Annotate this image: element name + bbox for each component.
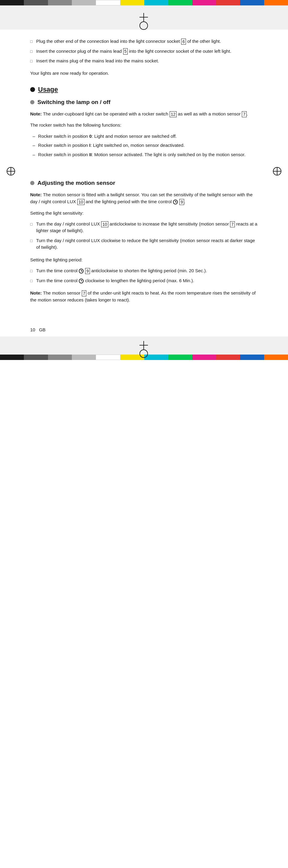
ref-5: 5	[123, 48, 128, 54]
top-crosshair	[140, 13, 148, 22]
bullet-circle-icon	[30, 87, 35, 92]
sensitivity-item-1: □ Turn the day / night control LUX 10 an…	[30, 221, 258, 234]
ref-7c: 7	[82, 290, 87, 297]
note2-label: Note:	[30, 192, 42, 197]
ref-7: 7	[242, 111, 247, 117]
crosshair-left-lines	[7, 167, 15, 176]
clock-icon-3	[79, 279, 84, 283]
bottom-spacer	[30, 308, 258, 320]
color-bar-top	[0, 0, 288, 5]
bullet-square: □	[30, 268, 33, 274]
connection-bullet-list: □ Plug the other end of the connection l…	[30, 38, 258, 64]
bullet-square: □	[30, 221, 33, 234]
sensitivity-heading: Setting the light sensitivity:	[30, 210, 258, 216]
ref-10b: 10	[101, 221, 108, 227]
sensitivity-list: □ Turn the day / night control LUX 10 an…	[30, 221, 258, 251]
clock-icon	[173, 199, 178, 205]
rocker-item-text: Rocker switch in position II: Motion sen…	[38, 151, 246, 158]
list-item-text: Insert the mains plug of the mains lead …	[36, 58, 159, 64]
bottom-crosshair	[140, 341, 148, 350]
period-text: Turn the time control clockwise to lengt…	[36, 277, 194, 284]
ref-9b: 9	[85, 268, 90, 274]
position-label: 0	[89, 133, 92, 139]
list-item: □ Insert the mains plug of the mains lea…	[30, 58, 258, 64]
ref-9: 9	[179, 199, 184, 205]
sensitivity-item-2: □ Turn the day / night control LUX clock…	[30, 237, 258, 251]
ref-6: 6	[181, 39, 186, 44]
ref-12: 12	[170, 111, 177, 117]
dash-icon: –	[33, 142, 35, 149]
period-heading: Setting the lighting period:	[30, 256, 258, 263]
crosshair-left-circle	[7, 167, 15, 176]
period-item-2: □ Turn the time control clockwise to len…	[30, 277, 258, 284]
footer-page: 10	[30, 327, 35, 332]
rocker-item-text: Rocker switch in position 0: Light and m…	[38, 133, 177, 140]
mid-crosshair-left	[7, 167, 15, 176]
dash-icon: –	[33, 133, 35, 140]
rocker-item-0: – Rocker switch in position 0: Light and…	[33, 133, 258, 140]
dash-icon: –	[33, 151, 35, 158]
list-item-text: Plug the other end of the connection lea…	[36, 38, 221, 45]
period-item-1: □ Turn the time control 9 anticlockwise …	[30, 268, 258, 274]
ref-7b: 7	[230, 221, 235, 227]
note1-label: Note:	[30, 111, 42, 116]
usage-heading: Usage	[30, 86, 258, 93]
crosshair-lines-bottom	[140, 341, 148, 349]
list-item: □ Plug the other end of the connection l…	[30, 38, 258, 45]
bullet-square: □	[30, 238, 33, 251]
main-content: □ Plug the other end of the connection l…	[0, 30, 288, 171]
rocker-item-text: Rocker switch in position I: Light switc…	[38, 142, 184, 149]
rocker-item-I: – Rocker switch in position I: Light swi…	[33, 142, 258, 149]
motion-section: Adjusting the motion sensor Note: The mo…	[0, 171, 288, 320]
clock-icon-2	[79, 269, 84, 274]
period-text: Turn the time control 9 anticlockwise to…	[36, 268, 207, 274]
mid-crosshair-right	[273, 167, 281, 176]
ref-10: 10	[77, 199, 85, 205]
sensitivity-text: Turn the day / night control LUX 10 anti…	[36, 221, 258, 234]
motion-heading-label: Adjusting the motion sensor	[37, 180, 115, 186]
crosshair-right-lines	[273, 167, 281, 176]
rocker-list: – Rocker switch in position 0: Light and…	[33, 133, 258, 158]
sensitivity-text: Turn the day / night control LUX clockwi…	[36, 237, 258, 251]
crosshair-circle	[140, 22, 148, 30]
list-item: □ Insert the connector plug of the mains…	[30, 48, 258, 55]
note3-paragraph: Note: The motion sensor 7 of the under-u…	[30, 289, 258, 304]
bullet-square: □	[30, 49, 33, 55]
list-item-text: Insert the connector plug of the mains l…	[36, 48, 231, 55]
bullet-circle-gray-icon-2	[30, 181, 34, 185]
lamp-section-heading: Switching the lamp on / off	[30, 99, 258, 105]
bullet-square: □	[30, 278, 33, 284]
rocker-item-II: – Rocker switch in position II: Motion s…	[33, 151, 258, 158]
position-label: II	[89, 152, 92, 157]
crosshair-right-circle	[273, 167, 281, 176]
period-list: □ Turn the time control 9 anticlockwise …	[30, 268, 258, 284]
crosshair-circle-bottom	[140, 349, 148, 358]
note3-label: Note:	[30, 290, 42, 296]
ready-text: Your lights are now ready for operation.	[30, 70, 258, 77]
bullet-square: □	[30, 39, 33, 45]
footer: 10 GB	[0, 320, 288, 337]
rocker-intro: The rocker switch has the following func…	[30, 122, 258, 128]
footer-country: GB	[39, 327, 46, 332]
bottom-area	[0, 337, 288, 354]
motion-section-heading: Adjusting the motion sensor	[30, 180, 258, 186]
note2-paragraph: Note: The motion sensor is fitted with a…	[30, 191, 258, 205]
bullet-square: □	[30, 58, 33, 64]
lamp-heading-label: Switching the lamp on / off	[37, 99, 111, 105]
usage-heading-label: Usage	[38, 86, 58, 93]
top-area	[0, 5, 288, 30]
divider	[30, 163, 258, 171]
note1-paragraph: Note: The under-cupboard light can be op…	[30, 110, 258, 117]
bullet-circle-gray-icon	[30, 100, 34, 104]
crosshair-lines	[140, 13, 148, 22]
